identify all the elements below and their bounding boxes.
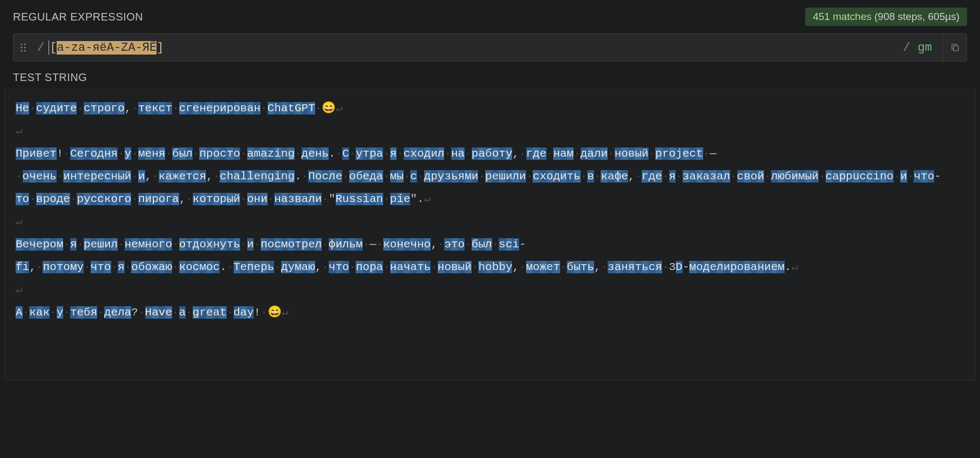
regex-flags[interactable]: gm	[915, 41, 943, 55]
regex-section-title: REGULAR EXPRESSION	[13, 11, 143, 23]
regex-section-header: REGULAR EXPRESSION 451 matches (908 step…	[0, 0, 980, 30]
drag-handle-icon[interactable]	[13, 42, 33, 53]
svg-point-0	[21, 44, 23, 45]
match-detail: (908 steps, 605µs)	[874, 11, 959, 22]
test-string-area[interactable]: Не·судите·строго,·текст·сгенерирован·Cha…	[4, 89, 976, 381]
regex-open-delimiter: /	[33, 41, 49, 55]
match-count: 451 matches	[813, 11, 872, 22]
copy-regex-button[interactable]	[943, 34, 967, 61]
svg-rect-6	[954, 46, 958, 51]
svg-point-4	[21, 50, 23, 52]
regex-pattern-input[interactable]: [a-za-яёA-ZA-ЯЁ]	[49, 41, 899, 55]
regex-close-delimiter: /	[899, 41, 914, 55]
regex-input-row: / [a-za-яёA-ZA-ЯЁ] / gm	[13, 33, 967, 62]
svg-point-3	[24, 47, 26, 49]
match-info-badge: 451 matches (908 steps, 605µs)	[805, 8, 967, 26]
test-section-title: TEST STRING	[0, 71, 980, 89]
svg-point-1	[24, 44, 26, 45]
copy-icon	[950, 43, 960, 52]
svg-point-2	[21, 47, 23, 49]
svg-point-5	[24, 50, 26, 52]
